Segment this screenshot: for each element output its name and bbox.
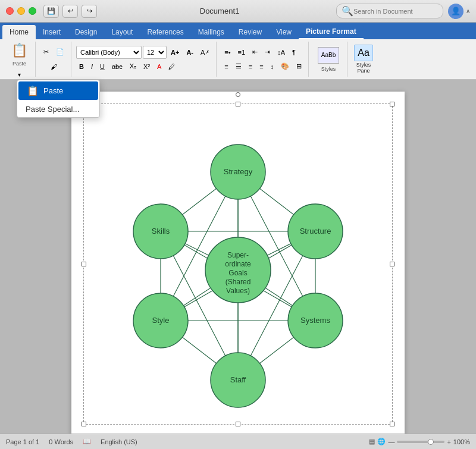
document-title: Document1 (103, 7, 336, 15)
paste-button[interactable]: 📋 Paste (7, 40, 32, 70)
copy-button[interactable]: 📄 (53, 46, 67, 59)
tab-picture-format[interactable]: Picture Format (299, 25, 364, 39)
search-input[interactable] (353, 8, 438, 15)
clipboard-group: ✂ 📄 🖌 (37, 42, 71, 77)
font-group: Calibri (Body) 12 A+ A- A✗ B I U abc X₂ … (73, 42, 217, 77)
styles-group: AaBb Styles (310, 42, 347, 77)
search-bar[interactable]: 🔍 (336, 4, 443, 18)
align-left[interactable]: ≡ (221, 60, 231, 73)
borders-button[interactable]: ⊞ (293, 60, 305, 73)
svg-text:Skills: Skills (152, 227, 170, 236)
clear-format-button[interactable]: A✗ (198, 46, 212, 59)
page-info: Page 1 of 1 (6, 438, 39, 445)
diagram-svg: Super- ordinate Goals (Shared Values) St… (113, 118, 363, 410)
indent-decrease[interactable]: ⇤ (249, 46, 261, 59)
rotate-handle[interactable] (236, 92, 240, 97)
proofing-icon[interactable]: 📖 (83, 438, 91, 445)
bold-button[interactable]: B (76, 60, 87, 73)
user-icon[interactable]: 👤 (448, 4, 464, 19)
highlight-button[interactable]: 🖊 (165, 60, 178, 73)
language[interactable]: English (US) (101, 438, 137, 445)
undo-icon[interactable]: ↩ (62, 5, 78, 18)
tab-mailings[interactable]: Mailings (191, 25, 231, 39)
justify[interactable]: ≡ (256, 60, 266, 73)
zoom-control: ▤ 🌐 — + 100% (369, 438, 470, 445)
show-paragraph[interactable]: ¶ (289, 46, 299, 59)
tab-layout[interactable]: Layout (104, 25, 140, 39)
numbering-button[interactable]: ≡1 (235, 46, 249, 59)
paste-menu-item[interactable]: 📋 Paste (18, 81, 98, 100)
italic-button[interactable]: I (88, 60, 96, 73)
handle-mr[interactable] (390, 262, 394, 266)
subscript-button[interactable]: X₂ (127, 60, 139, 73)
paste-dropdown[interactable]: ▾ (15, 71, 24, 79)
tab-insert[interactable]: Insert (36, 25, 68, 39)
svg-text:Super-: Super- (227, 251, 249, 259)
styles-pane-label: StylesPane (356, 62, 371, 74)
styles-button[interactable]: AaBb Styles (314, 44, 343, 75)
handle-ml[interactable] (82, 262, 86, 266)
svg-text:Staff: Staff (230, 375, 246, 384)
format-painter-button[interactable]: 🖌 (48, 60, 60, 73)
minimize-button[interactable] (17, 7, 25, 15)
font-size-select[interactable]: 12 (143, 46, 167, 59)
sort-button[interactable]: ↕A (274, 46, 288, 59)
handle-tc[interactable] (236, 102, 240, 106)
svg-text:Structure: Structure (300, 227, 331, 236)
styles-pane-button[interactable]: Aa StylesPane (349, 42, 378, 77)
align-center[interactable]: ☰ (233, 60, 245, 73)
svg-text:Strategy: Strategy (224, 167, 253, 176)
tab-references[interactable]: References (140, 25, 190, 39)
handle-bc[interactable] (236, 422, 240, 426)
tab-home[interactable]: Home (2, 25, 36, 39)
close-button[interactable] (6, 7, 14, 15)
zoom-level: 100% (453, 438, 470, 445)
svg-text:Style: Style (152, 316, 170, 325)
zoom-thumb[interactable] (428, 439, 434, 445)
shading-button[interactable]: 🎨 (278, 60, 292, 73)
paste-special-menu-item[interactable]: Paste Special... (17, 101, 99, 117)
word-count: 0 Words (49, 438, 73, 445)
title-bar-tools: 💾 ↩ ↪ (43, 5, 97, 18)
paste-menu-icon: 📋 (27, 85, 39, 96)
paste-group: 📋 Paste ▾ (4, 42, 36, 77)
handle-bl[interactable] (82, 422, 86, 426)
traffic-lights (6, 7, 36, 15)
paragraph-group: ≡• ≡1 ⇤ ⇥ ↕A ¶ ≡ ☰ ≡ ≡ ↕ 🎨 ⊞ (218, 42, 309, 77)
ribbon-toolbar: 📋 Paste ▾ ✂ 📄 🖌 Calibri (Body) 12 A+ A- … (0, 39, 476, 80)
superscript-button[interactable]: X² (140, 60, 153, 73)
bullets-button[interactable]: ≡• (221, 46, 233, 59)
underline-button[interactable]: U (97, 60, 108, 73)
view-web-icon[interactable]: 🌐 (377, 438, 386, 445)
status-bar: Page 1 of 1 0 Words 📖 English (US) ▤ 🌐 —… (0, 434, 476, 449)
save-icon[interactable]: 💾 (43, 5, 59, 18)
svg-text:ordinate: ordinate (225, 260, 251, 268)
ribbon-collapse-icon[interactable]: ∧ (466, 8, 470, 14)
view-mode-icon[interactable]: ▤ (369, 438, 375, 445)
maximize-button[interactable] (29, 7, 36, 15)
tab-design[interactable]: Design (68, 25, 104, 39)
font-family-select[interactable]: Calibri (Body) (76, 46, 142, 59)
paste-dropdown-menu: 📋 Paste Paste Special... (17, 80, 100, 118)
svg-text:Goals: Goals (228, 269, 247, 277)
zoom-out-icon[interactable]: — (388, 438, 394, 445)
cut-button[interactable]: ✂ (40, 46, 52, 59)
strikethrough-button[interactable]: abc (109, 60, 126, 73)
indent-increase[interactable]: ⇥ (262, 46, 273, 59)
styles-pane-icon: Aa (354, 45, 373, 61)
zoom-in-icon[interactable]: + (447, 438, 450, 445)
align-right[interactable]: ≡ (246, 60, 255, 73)
tab-review[interactable]: Review (231, 25, 269, 39)
handle-tr[interactable] (390, 102, 394, 106)
font-size-increase[interactable]: A+ (168, 46, 182, 59)
svg-text:Systems: Systems (300, 316, 330, 325)
font-size-decrease[interactable]: A- (183, 46, 196, 59)
handle-br[interactable] (390, 422, 394, 426)
redo-icon[interactable]: ↪ (82, 5, 97, 18)
line-spacing[interactable]: ↕ (268, 60, 277, 73)
svg-text:Values): Values) (226, 287, 250, 295)
font-color-button[interactable]: A (154, 60, 164, 73)
tab-view[interactable]: View (269, 25, 299, 39)
zoom-slider[interactable] (397, 441, 444, 443)
document-area: Super- ordinate Goals (Shared Values) St… (0, 80, 476, 434)
